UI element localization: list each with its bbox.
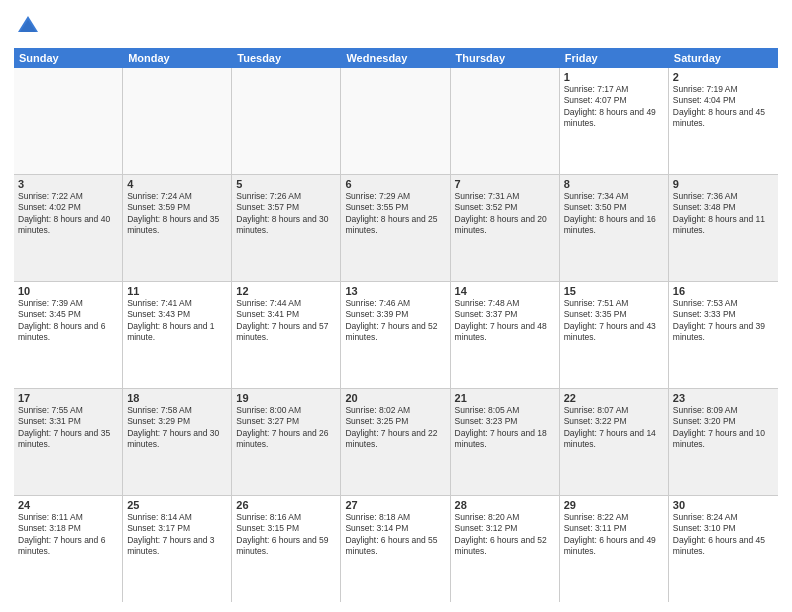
cal-cell: 11Sunrise: 7:41 AM Sunset: 3:43 PM Dayli… xyxy=(123,282,232,388)
cal-cell: 30Sunrise: 8:24 AM Sunset: 3:10 PM Dayli… xyxy=(669,496,778,602)
day-number: 28 xyxy=(455,499,555,511)
cell-info: Sunrise: 8:14 AM Sunset: 3:17 PM Dayligh… xyxy=(127,512,227,558)
day-number: 27 xyxy=(345,499,445,511)
header xyxy=(14,12,778,40)
cell-info: Sunrise: 8:05 AM Sunset: 3:23 PM Dayligh… xyxy=(455,405,555,451)
calendar-header: SundayMondayTuesdayWednesdayThursdayFrid… xyxy=(14,48,778,68)
day-number: 8 xyxy=(564,178,664,190)
cal-cell: 16Sunrise: 7:53 AM Sunset: 3:33 PM Dayli… xyxy=(669,282,778,388)
header-day-friday: Friday xyxy=(560,48,669,68)
cal-row-4: 24Sunrise: 8:11 AM Sunset: 3:18 PM Dayli… xyxy=(14,496,778,602)
cal-cell: 10Sunrise: 7:39 AM Sunset: 3:45 PM Dayli… xyxy=(14,282,123,388)
header-day-monday: Monday xyxy=(123,48,232,68)
cal-cell: 6Sunrise: 7:29 AM Sunset: 3:55 PM Daylig… xyxy=(341,175,450,281)
header-day-saturday: Saturday xyxy=(669,48,778,68)
cell-info: Sunrise: 7:17 AM Sunset: 4:07 PM Dayligh… xyxy=(564,84,664,130)
day-number: 18 xyxy=(127,392,227,404)
cal-cell: 17Sunrise: 7:55 AM Sunset: 3:31 PM Dayli… xyxy=(14,389,123,495)
cal-cell: 28Sunrise: 8:20 AM Sunset: 3:12 PM Dayli… xyxy=(451,496,560,602)
cell-info: Sunrise: 7:22 AM Sunset: 4:02 PM Dayligh… xyxy=(18,191,118,237)
cal-cell xyxy=(451,68,560,174)
header-day-tuesday: Tuesday xyxy=(232,48,341,68)
cell-info: Sunrise: 7:39 AM Sunset: 3:45 PM Dayligh… xyxy=(18,298,118,344)
cell-info: Sunrise: 7:29 AM Sunset: 3:55 PM Dayligh… xyxy=(345,191,445,237)
cell-info: Sunrise: 7:36 AM Sunset: 3:48 PM Dayligh… xyxy=(673,191,774,237)
day-number: 12 xyxy=(236,285,336,297)
cell-info: Sunrise: 7:24 AM Sunset: 3:59 PM Dayligh… xyxy=(127,191,227,237)
cell-info: Sunrise: 7:58 AM Sunset: 3:29 PM Dayligh… xyxy=(127,405,227,451)
cal-cell xyxy=(232,68,341,174)
cell-info: Sunrise: 8:16 AM Sunset: 3:15 PM Dayligh… xyxy=(236,512,336,558)
cell-info: Sunrise: 8:18 AM Sunset: 3:14 PM Dayligh… xyxy=(345,512,445,558)
cell-info: Sunrise: 7:51 AM Sunset: 3:35 PM Dayligh… xyxy=(564,298,664,344)
day-number: 23 xyxy=(673,392,774,404)
calendar: SundayMondayTuesdayWednesdayThursdayFrid… xyxy=(14,48,778,602)
cal-cell: 22Sunrise: 8:07 AM Sunset: 3:22 PM Dayli… xyxy=(560,389,669,495)
day-number: 29 xyxy=(564,499,664,511)
day-number: 11 xyxy=(127,285,227,297)
cal-cell: 2Sunrise: 7:19 AM Sunset: 4:04 PM Daylig… xyxy=(669,68,778,174)
cal-cell: 27Sunrise: 8:18 AM Sunset: 3:14 PM Dayli… xyxy=(341,496,450,602)
cell-info: Sunrise: 8:24 AM Sunset: 3:10 PM Dayligh… xyxy=(673,512,774,558)
cell-info: Sunrise: 8:09 AM Sunset: 3:20 PM Dayligh… xyxy=(673,405,774,451)
day-number: 17 xyxy=(18,392,118,404)
day-number: 30 xyxy=(673,499,774,511)
cal-cell: 24Sunrise: 8:11 AM Sunset: 3:18 PM Dayli… xyxy=(14,496,123,602)
cal-cell: 19Sunrise: 8:00 AM Sunset: 3:27 PM Dayli… xyxy=(232,389,341,495)
day-number: 24 xyxy=(18,499,118,511)
cell-info: Sunrise: 8:07 AM Sunset: 3:22 PM Dayligh… xyxy=(564,405,664,451)
cal-cell: 25Sunrise: 8:14 AM Sunset: 3:17 PM Dayli… xyxy=(123,496,232,602)
cal-cell: 3Sunrise: 7:22 AM Sunset: 4:02 PM Daylig… xyxy=(14,175,123,281)
cal-cell: 9Sunrise: 7:36 AM Sunset: 3:48 PM Daylig… xyxy=(669,175,778,281)
cell-info: Sunrise: 8:00 AM Sunset: 3:27 PM Dayligh… xyxy=(236,405,336,451)
cell-info: Sunrise: 7:53 AM Sunset: 3:33 PM Dayligh… xyxy=(673,298,774,344)
cal-cell: 13Sunrise: 7:46 AM Sunset: 3:39 PM Dayli… xyxy=(341,282,450,388)
cal-cell: 8Sunrise: 7:34 AM Sunset: 3:50 PM Daylig… xyxy=(560,175,669,281)
cell-info: Sunrise: 7:31 AM Sunset: 3:52 PM Dayligh… xyxy=(455,191,555,237)
cell-info: Sunrise: 7:46 AM Sunset: 3:39 PM Dayligh… xyxy=(345,298,445,344)
day-number: 14 xyxy=(455,285,555,297)
cal-cell: 21Sunrise: 8:05 AM Sunset: 3:23 PM Dayli… xyxy=(451,389,560,495)
cal-cell: 7Sunrise: 7:31 AM Sunset: 3:52 PM Daylig… xyxy=(451,175,560,281)
cal-cell: 18Sunrise: 7:58 AM Sunset: 3:29 PM Dayli… xyxy=(123,389,232,495)
day-number: 13 xyxy=(345,285,445,297)
day-number: 21 xyxy=(455,392,555,404)
day-number: 10 xyxy=(18,285,118,297)
cal-cell: 20Sunrise: 8:02 AM Sunset: 3:25 PM Dayli… xyxy=(341,389,450,495)
day-number: 6 xyxy=(345,178,445,190)
cell-info: Sunrise: 8:22 AM Sunset: 3:11 PM Dayligh… xyxy=(564,512,664,558)
cell-info: Sunrise: 8:11 AM Sunset: 3:18 PM Dayligh… xyxy=(18,512,118,558)
cal-cell: 14Sunrise: 7:48 AM Sunset: 3:37 PM Dayli… xyxy=(451,282,560,388)
calendar-body: 1Sunrise: 7:17 AM Sunset: 4:07 PM Daylig… xyxy=(14,68,778,602)
day-number: 2 xyxy=(673,71,774,83)
cal-cell: 29Sunrise: 8:22 AM Sunset: 3:11 PM Dayli… xyxy=(560,496,669,602)
cal-cell: 26Sunrise: 8:16 AM Sunset: 3:15 PM Dayli… xyxy=(232,496,341,602)
cal-row-1: 3Sunrise: 7:22 AM Sunset: 4:02 PM Daylig… xyxy=(14,175,778,282)
cal-cell: 1Sunrise: 7:17 AM Sunset: 4:07 PM Daylig… xyxy=(560,68,669,174)
cal-cell: 4Sunrise: 7:24 AM Sunset: 3:59 PM Daylig… xyxy=(123,175,232,281)
cell-info: Sunrise: 8:02 AM Sunset: 3:25 PM Dayligh… xyxy=(345,405,445,451)
cell-info: Sunrise: 7:34 AM Sunset: 3:50 PM Dayligh… xyxy=(564,191,664,237)
cell-info: Sunrise: 7:55 AM Sunset: 3:31 PM Dayligh… xyxy=(18,405,118,451)
logo-icon xyxy=(14,12,42,40)
day-number: 1 xyxy=(564,71,664,83)
cell-info: Sunrise: 7:44 AM Sunset: 3:41 PM Dayligh… xyxy=(236,298,336,344)
header-day-thursday: Thursday xyxy=(451,48,560,68)
day-number: 7 xyxy=(455,178,555,190)
cal-cell: 12Sunrise: 7:44 AM Sunset: 3:41 PM Dayli… xyxy=(232,282,341,388)
cell-info: Sunrise: 7:41 AM Sunset: 3:43 PM Dayligh… xyxy=(127,298,227,344)
cal-cell: 15Sunrise: 7:51 AM Sunset: 3:35 PM Dayli… xyxy=(560,282,669,388)
day-number: 26 xyxy=(236,499,336,511)
header-day-wednesday: Wednesday xyxy=(341,48,450,68)
cal-cell: 5Sunrise: 7:26 AM Sunset: 3:57 PM Daylig… xyxy=(232,175,341,281)
day-number: 4 xyxy=(127,178,227,190)
cal-cell xyxy=(14,68,123,174)
day-number: 15 xyxy=(564,285,664,297)
cell-info: Sunrise: 8:20 AM Sunset: 3:12 PM Dayligh… xyxy=(455,512,555,558)
day-number: 19 xyxy=(236,392,336,404)
page: SundayMondayTuesdayWednesdayThursdayFrid… xyxy=(0,0,792,612)
header-day-sunday: Sunday xyxy=(14,48,123,68)
day-number: 16 xyxy=(673,285,774,297)
cal-row-3: 17Sunrise: 7:55 AM Sunset: 3:31 PM Dayli… xyxy=(14,389,778,496)
cell-info: Sunrise: 7:19 AM Sunset: 4:04 PM Dayligh… xyxy=(673,84,774,130)
